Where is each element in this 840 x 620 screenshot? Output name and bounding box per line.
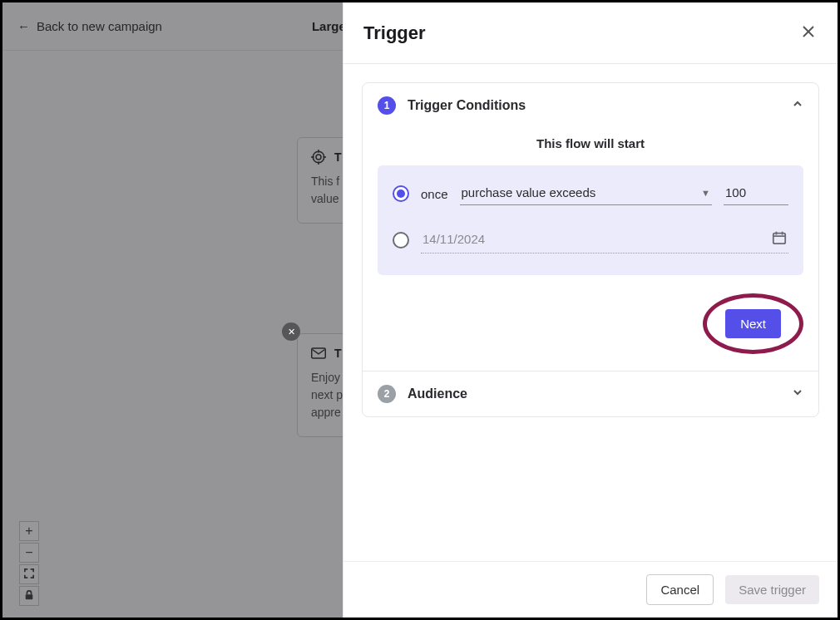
tutorial-highlight-ring: Next xyxy=(703,293,803,354)
panel-footer: Cancel Save trigger xyxy=(343,561,838,618)
trigger-side-panel: Trigger 1 Trigger Conditions xyxy=(343,2,838,618)
panel-body: 1 Trigger Conditions This flow will star… xyxy=(343,64,838,561)
node-delete-button[interactable]: ✕ xyxy=(282,322,300,341)
step2-title: Audience xyxy=(408,386,780,401)
step-audience: 2 Audience xyxy=(363,371,818,416)
condition-select-value: purchase value exceeds xyxy=(462,185,596,199)
date-input[interactable]: 14/11/2024 xyxy=(421,227,788,253)
save-trigger-button[interactable]: Save trigger xyxy=(725,575,819,604)
flow-start-heading: This flow will start xyxy=(378,136,803,150)
caret-down-icon: ▼ xyxy=(701,188,710,198)
radio-once[interactable] xyxy=(393,185,409,202)
condition-block: once purchase value exceeds ▼ xyxy=(378,165,803,275)
svg-rect-10 xyxy=(773,234,785,244)
next-button[interactable]: Next xyxy=(725,309,781,338)
condition-row-once: once purchase value exceeds ▼ xyxy=(393,182,788,205)
cancel-button[interactable]: Cancel xyxy=(646,574,714,605)
step2-badge: 2 xyxy=(378,385,396,403)
once-label: once xyxy=(421,187,448,201)
panel-header: Trigger xyxy=(343,2,838,64)
chevron-up-icon xyxy=(792,98,803,113)
step2-header[interactable]: 2 Audience xyxy=(363,372,818,416)
step1-content: This flow will start once purchase value… xyxy=(363,128,818,371)
step1-header[interactable]: 1 Trigger Conditions xyxy=(363,83,818,128)
radio-date[interactable] xyxy=(393,232,409,248)
close-icon xyxy=(802,25,815,42)
panel-close-button[interactable] xyxy=(799,24,818,42)
calendar-icon xyxy=(772,230,787,248)
condition-select[interactable]: purchase value exceeds ▼ xyxy=(460,182,712,205)
next-row: Next xyxy=(378,293,803,354)
trigger-accordion: 1 Trigger Conditions This flow will star… xyxy=(362,82,819,417)
condition-row-date: 14/11/2024 xyxy=(393,227,788,253)
date-placeholder: 14/11/2024 xyxy=(422,232,485,246)
close-icon: ✕ xyxy=(288,327,295,337)
step1-badge: 1 xyxy=(378,96,396,115)
step1-title: Trigger Conditions xyxy=(408,98,780,113)
panel-title: Trigger xyxy=(363,22,426,44)
step-trigger-conditions: 1 Trigger Conditions This flow will star… xyxy=(363,83,818,371)
chevron-down-icon xyxy=(792,386,803,401)
condition-value-input[interactable] xyxy=(724,182,788,205)
